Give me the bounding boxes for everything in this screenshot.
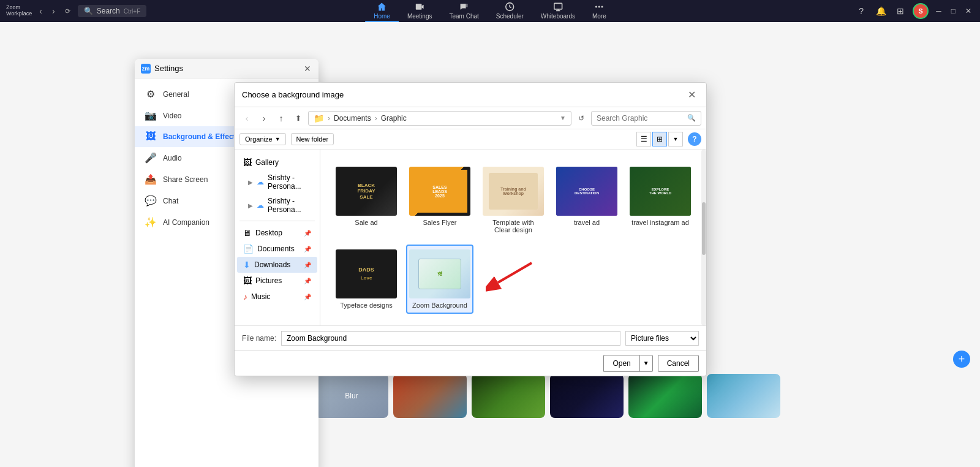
fd-view-grid-btn[interactable]: ⊞ <box>652 132 667 146</box>
fd-path-dropdown-icon[interactable]: ▼ <box>560 115 566 121</box>
fd-open-dropdown-btn[interactable]: ▼ <box>639 355 653 372</box>
nav-team-chat-label: Team Chat <box>449 13 478 20</box>
vbg-item-row2-beach[interactable] <box>707 374 780 418</box>
travel-ad-name: travel ad <box>574 219 600 226</box>
file-dialog-close-btn[interactable]: ✕ <box>684 88 699 102</box>
fd-file-sales-flyer[interactable]: SALESLEADS2025 Sales Flyer <box>406 162 473 238</box>
maximize-btn[interactable]: □ <box>949 7 958 15</box>
fd-scrollbar[interactable] <box>701 150 706 325</box>
topbar: Zoom Workplace ‹ › ⟳ 🔍 Search Ctrl+F Hom… <box>0 0 980 22</box>
fd-sidebar-cloud2-label: Srishty - Persona... <box>268 197 311 214</box>
vbg-item-blur[interactable]: Blur <box>315 374 388 418</box>
settings-titlebar: zm Settings ✕ <box>135 59 318 78</box>
nav-scheduler-label: Scheduler <box>496 13 524 20</box>
documents-pin-icon: 📌 <box>304 246 311 252</box>
nav-meetings[interactable]: Meetings <box>399 1 441 22</box>
notification-btn[interactable]: 🔔 <box>873 4 888 18</box>
fd-search-input[interactable] <box>597 114 685 123</box>
fd-search-box[interactable]: 🔍 <box>591 111 701 126</box>
fd-view-list-btn[interactable]: ☰ <box>636 132 651 146</box>
svg-point-8 <box>601 6 603 7</box>
typeface-name: Typeface designs <box>340 302 393 309</box>
fd-sidebar-pictures-label: Pictures <box>255 276 282 285</box>
fd-search-icon: 🔍 <box>687 114 696 122</box>
app-title: Workplace <box>6 11 32 17</box>
vbg-item-row2-aurora[interactable] <box>628 374 702 418</box>
template-clear-name: Template with Clear design <box>484 219 542 234</box>
nav-more[interactable]: More <box>584 1 615 22</box>
help-btn[interactable]: ? <box>854 4 869 18</box>
app-logo: Zoom Workplace <box>6 5 32 17</box>
fd-file-zoom-bg[interactable]: 🌿 Zoom Background <box>406 245 473 314</box>
fd-up-btn[interactable]: ↑ <box>274 111 288 126</box>
fd-help-btn[interactable]: ? <box>688 132 701 146</box>
pictures-pin-icon: 📌 <box>304 278 311 284</box>
file-dialog-title: Choose a background image <box>242 90 344 99</box>
fd-path-bar[interactable]: 📁 › Documents › Graphic ▼ <box>308 111 571 126</box>
nav-more-label: More <box>592 13 606 20</box>
vbg-item-bridge[interactable] <box>393 374 467 418</box>
fd-filename-label: File name: <box>242 334 276 343</box>
fd-sidebar: 🖼 Gallery ▶ ☁ Srishty - Persona... ▶ ☁ S… <box>235 150 320 325</box>
nav-scheduler[interactable]: Scheduler <box>488 1 532 22</box>
nav-team-chat[interactable]: Team Chat <box>440 1 487 22</box>
file-picker-dialog: Choose a background image ✕ ‹ › ↑ ⬆ 📁 › … <box>234 82 707 376</box>
desktop-pin-icon: 📌 <box>304 230 311 237</box>
vbg-item-grass[interactable] <box>472 374 545 418</box>
layout-btn[interactable]: ⊞ <box>893 4 908 18</box>
new-folder-label: New folder <box>296 135 329 143</box>
documents-icon: 📄 <box>243 244 254 254</box>
general-icon: ⚙ <box>145 88 157 100</box>
nav-back[interactable]: ‹ <box>37 5 45 17</box>
fd-sidebar-pictures[interactable]: 🖼 Pictures 📌 <box>237 273 317 289</box>
pictures-icon: 🖼 <box>243 276 252 286</box>
nav-home[interactable]: Home <box>365 1 399 22</box>
zm-logo-icon: zm <box>141 64 151 74</box>
close-btn[interactable]: ✕ <box>963 7 974 15</box>
fd-file-typeface[interactable]: DADSLove Typeface designs <box>333 245 400 314</box>
fd-sidebar-cloud1[interactable]: ▶ ☁ Srishty - Persona... <box>237 170 317 194</box>
fd-sidebar-documents[interactable]: 📄 Documents 📌 <box>237 241 317 257</box>
vbg-item-row2-space[interactable] <box>550 374 624 418</box>
fd-file-sale-ad[interactable]: BLACKFRIDAYSALE Sale ad <box>333 162 400 238</box>
typeface-thumb-text: DADSLove <box>358 266 374 281</box>
fd-view-dropdown-btn[interactable]: ▼ <box>668 132 683 146</box>
downloads-pin-icon: 📌 <box>304 262 311 268</box>
settings-close-btn[interactable]: ✕ <box>303 64 312 74</box>
fd-sidebar-cloud2[interactable]: ▶ ☁ Srishty - Persona... <box>237 194 317 217</box>
fd-back-btn[interactable]: ‹ <box>239 111 254 126</box>
fd-sidebar-desktop[interactable]: 🖥 Desktop 📌 <box>237 225 317 241</box>
fd-file-template-clear[interactable]: Training andWorkshop Template with Clear… <box>480 162 547 238</box>
typeface-thumb: DADSLove <box>336 249 397 298</box>
nav-whiteboards[interactable]: Whiteboards <box>532 1 584 22</box>
fd-filename-input[interactable] <box>281 331 620 346</box>
fd-refresh-btn[interactable]: ↺ <box>574 111 589 126</box>
fd-sidebar-downloads[interactable]: ⬇ Downloads 📌 <box>237 257 317 273</box>
fd-forward-btn[interactable]: › <box>257 111 271 126</box>
fd-open-btn[interactable]: Open <box>603 355 639 372</box>
video-icon: 📷 <box>145 110 157 121</box>
fd-sidebar-music[interactable]: ♪ Music 📌 <box>237 289 317 305</box>
nav-forward[interactable]: › <box>50 5 58 17</box>
search-bar[interactable]: 🔍 Search Ctrl+F <box>78 5 147 17</box>
fd-cancel-btn[interactable]: Cancel <box>658 355 699 372</box>
fd-file-travel-instagram[interactable]: EXPLORETHE WORLD travel instagram ad <box>627 162 694 238</box>
nav-history[interactable]: ⟳ <box>62 6 73 17</box>
fd-file-travel-ad[interactable]: CHOOSEDESTINATION travel ad <box>553 162 620 238</box>
fd-organize-btn[interactable]: Organize ▼ <box>239 133 286 145</box>
fd-sidebar-gallery[interactable]: 🖼 Gallery <box>237 154 317 170</box>
svg-rect-3 <box>554 3 562 9</box>
fd-filetype-select[interactable]: Picture files <box>625 331 699 346</box>
cloud1-expand-icon: ▶ <box>248 179 253 186</box>
vbg-add-btn[interactable]: + <box>953 351 970 368</box>
fd-up2-btn[interactable]: ⬆ <box>291 111 306 126</box>
music-icon: ♪ <box>243 292 247 302</box>
fd-sidebar-divider <box>239 221 315 221</box>
minimize-btn[interactable]: ─ <box>933 7 944 15</box>
fd-sidebar-downloads-label: Downloads <box>254 260 290 269</box>
fd-new-folder-btn[interactable]: New folder <box>291 133 334 145</box>
fd-scrollbar-thumb[interactable] <box>702 202 706 255</box>
cloud2-expand-icon: ▶ <box>248 202 253 209</box>
fd-actions: Open ▼ Cancel <box>235 350 706 376</box>
avatar[interactable]: S <box>913 3 929 19</box>
